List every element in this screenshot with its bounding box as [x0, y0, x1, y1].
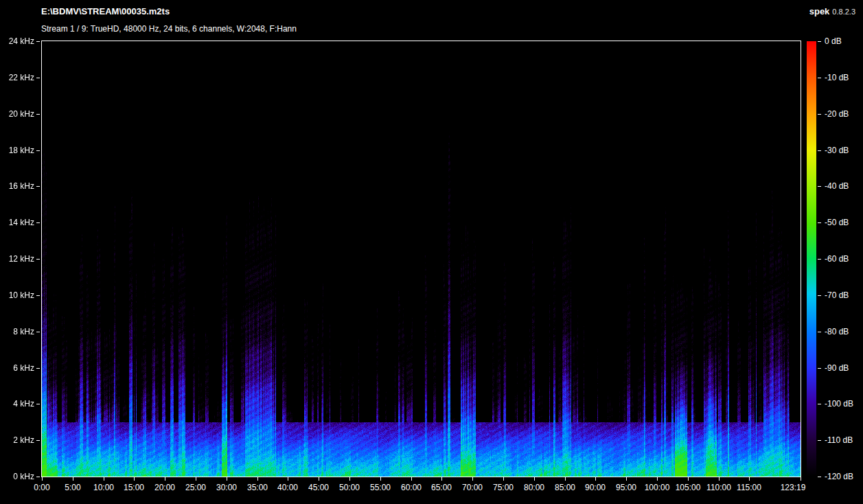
db-tick — [818, 186, 821, 187]
stream-info: Stream 1 / 9: TrueHD, 48000 Hz, 24 bits,… — [41, 24, 297, 34]
time-tick — [534, 477, 535, 481]
frequency-tick-label: 4 kHz — [0, 399, 34, 409]
db-tick — [818, 222, 821, 223]
time-tick — [196, 477, 196, 481]
time-tick-label: 123:19 — [772, 483, 814, 492]
time-tick — [595, 477, 596, 481]
frequency-tick-label: 6 kHz — [0, 363, 34, 373]
brand-name: spek — [809, 6, 830, 16]
time-tick — [503, 477, 504, 481]
db-tick-label: -100 dB — [825, 399, 863, 409]
frequency-tick — [36, 114, 40, 115]
frequency-tick-label: 22 kHz — [0, 73, 34, 82]
time-tick — [165, 477, 165, 481]
frequency-tick-label: 0 kHz — [0, 472, 34, 481]
db-tick — [818, 150, 821, 151]
spek-window: E:\BDMV\STREAM\00035.m2ts Stream 1 / 9: … — [0, 0, 863, 504]
db-tick-label: -20 dB — [825, 109, 863, 119]
spectrogram-plot — [41, 41, 801, 477]
time-tick — [134, 477, 135, 481]
time-tick — [719, 477, 720, 481]
db-tick — [818, 78, 821, 78]
time-tick — [657, 477, 658, 481]
db-tick-label: -60 dB — [825, 254, 863, 264]
time-tick — [472, 477, 473, 481]
frequency-tick — [36, 332, 40, 332]
colorbar-gradient — [807, 41, 816, 477]
frequency-tick-label: 18 kHz — [0, 146, 34, 155]
frequency-tick — [36, 404, 40, 404]
time-tick — [227, 477, 227, 481]
frequency-tick-label: 10 kHz — [0, 290, 34, 300]
time-tick — [749, 477, 750, 481]
frequency-tick-label: 2 kHz — [0, 435, 34, 445]
time-tick — [73, 477, 73, 481]
frequency-tick — [36, 150, 40, 151]
time-tick — [411, 477, 412, 481]
colorbar — [807, 41, 816, 477]
frequency-tick — [36, 295, 40, 296]
frequency-tick-label: 12 kHz — [0, 254, 34, 264]
frequency-tick-label: 16 kHz — [0, 181, 34, 191]
db-tick — [818, 332, 821, 332]
time-tick — [626, 477, 627, 481]
frequency-tick-label: 8 kHz — [0, 327, 34, 336]
db-tick — [818, 368, 821, 369]
frequency-tick-label: 24 kHz — [0, 36, 34, 46]
db-tick-label: -110 dB — [825, 435, 863, 445]
db-tick-label: -120 dB — [825, 472, 863, 481]
db-tick-label: 0 dB — [825, 36, 863, 46]
frequency-tick — [36, 222, 40, 223]
time-tick — [288, 477, 288, 481]
time-tick — [257, 477, 258, 481]
frequency-tick — [36, 368, 40, 369]
time-tick — [380, 477, 381, 481]
time-tick — [688, 477, 689, 481]
db-tick-label: -10 dB — [825, 73, 863, 82]
db-tick — [818, 259, 821, 260]
frequency-tick — [36, 259, 40, 260]
time-tick — [441, 477, 442, 481]
time-tick — [565, 477, 566, 481]
time-tick — [104, 477, 104, 481]
frequency-tick — [36, 41, 40, 42]
time-tick-label: 115:00 — [728, 483, 770, 492]
time-tick — [349, 477, 350, 481]
db-tick-label: -70 dB — [825, 290, 863, 300]
db-tick-label: -40 dB — [825, 181, 863, 191]
db-tick — [818, 440, 821, 441]
db-tick-label: -30 dB — [825, 146, 863, 155]
brand-version: 0.8.2.3 — [832, 8, 855, 16]
db-tick — [818, 477, 821, 477]
frequency-tick-label: 14 kHz — [0, 218, 34, 227]
frequency-tick — [36, 186, 40, 187]
db-tick — [818, 404, 821, 404]
frequency-tick — [36, 440, 40, 441]
db-tick — [818, 295, 821, 296]
frequency-tick — [36, 477, 40, 477]
time-tick — [42, 477, 43, 481]
file-path-title: E:\BDMV\STREAM\00035.m2ts — [41, 6, 170, 16]
frequency-tick — [36, 78, 40, 78]
db-tick-label: -90 dB — [825, 363, 863, 373]
db-tick-label: -50 dB — [825, 218, 863, 227]
app-brand: spek0.8.2.3 — [809, 6, 855, 16]
frequency-tick-label: 20 kHz — [0, 109, 34, 119]
spectrogram-canvas — [42, 41, 801, 477]
db-tick-label: -80 dB — [825, 327, 863, 336]
db-tick — [818, 114, 821, 115]
time-tick — [319, 477, 319, 481]
db-tick — [818, 41, 821, 42]
time-tick — [801, 477, 801, 481]
